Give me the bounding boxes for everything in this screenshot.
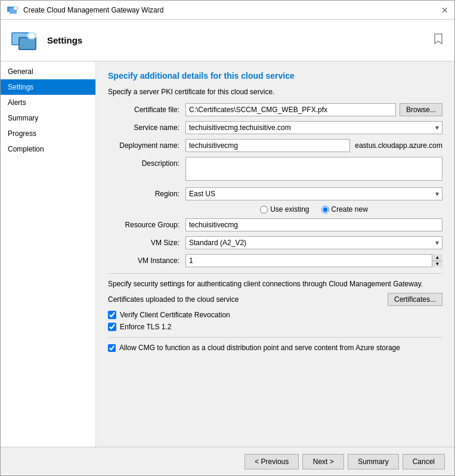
vm-instance-wrapper: ▲ ▼: [185, 254, 442, 267]
next-button[interactable]: Next >: [302, 454, 344, 469]
svg-point-9: [29, 33, 35, 38]
service-name-label: Service name:: [108, 123, 185, 132]
previous-button[interactable]: < Previous: [244, 454, 299, 469]
service-name-row: Service name: techuisitivecmg.techuisiti…: [108, 121, 442, 134]
title-bar: Create Cloud Management Gateway Wizard ✕: [1, 1, 454, 20]
bookmark-icon: [432, 32, 445, 48]
deployment-name-label: Deployment name:: [108, 141, 185, 150]
create-new-label: Create new: [332, 205, 368, 214]
vm-instance-up[interactable]: ▲: [432, 254, 442, 261]
allow-cmg-label: Allow CMG to function as a cloud distrib…: [119, 344, 400, 352]
sidebar-item-progress[interactable]: Progress: [1, 126, 95, 141]
verify-client-cert-label: Verify Client Certificate Revocation: [120, 311, 230, 319]
security-desc: Specify security settings for authentica…: [108, 280, 442, 288]
vm-size-wrapper: Standard (A2_V2) Standard (A4_V2): [185, 236, 442, 249]
cert-uploads-label: Certificates uploaded to the cloud servi…: [108, 295, 239, 304]
enforce-tls-row: Enforce TLS 1.2: [108, 323, 442, 331]
deployment-name-row: Deployment name: eastus.cloudapp.azure.c…: [108, 139, 442, 152]
browse-button[interactable]: Browse...: [400, 103, 442, 116]
close-button[interactable]: ✕: [441, 5, 448, 15]
description-wrapper: [185, 157, 442, 183]
service-name-wrapper: techuisitivecmg.techuisitive.com: [185, 121, 442, 134]
deployment-row-inner: eastus.cloudapp.azure.com: [185, 139, 442, 152]
deployment-name-input[interactable]: [185, 139, 350, 152]
vm-instance-down[interactable]: ▼: [432, 261, 442, 268]
vm-size-row: VM Size: Standard (A2_V2) Standard (A4_V…: [108, 236, 442, 249]
use-existing-radio-label[interactable]: Use existing: [260, 205, 309, 214]
vm-instance-spinners: ▲ ▼: [432, 254, 442, 267]
create-new-radio[interactable]: [321, 206, 329, 214]
radio-group: Use existing Create new: [185, 205, 442, 214]
certificate-file-input[interactable]: [185, 103, 396, 116]
description-row: Description:: [108, 157, 442, 183]
header-title: Settings: [47, 35, 82, 45]
pki-desc: Specify a server PKI certificate for thi…: [108, 88, 442, 96]
vm-instance-label: VM Instance:: [108, 256, 185, 265]
allow-cmg-row: Allow CMG to function as a cloud distrib…: [108, 344, 442, 352]
cancel-button[interactable]: Cancel: [403, 454, 445, 469]
service-name-select[interactable]: techuisitivecmg.techuisitive.com: [185, 121, 442, 134]
title-bar-icon: [7, 4, 18, 16]
region-select[interactable]: East US West US North Europe: [185, 187, 442, 200]
vm-instance-input[interactable]: [185, 254, 442, 267]
description-input[interactable]: [185, 157, 442, 181]
sidebar-item-general[interactable]: General: [1, 64, 95, 79]
resource-group-row: Resource Group:: [108, 218, 442, 231]
cert-row: Certificates uploaded to the cloud servi…: [108, 293, 442, 306]
verify-client-cert-row: Verify Client Certificate Revocation: [108, 311, 442, 319]
summary-button[interactable]: Summary: [348, 454, 398, 469]
resource-group-input[interactable]: [185, 218, 442, 231]
deployment-suffix: eastus.cloudapp.azure.com: [355, 141, 442, 150]
dialog-window: Create Cloud Management Gateway Wizard ✕…: [0, 0, 455, 476]
svg-rect-7: [20, 38, 35, 49]
certificates-button[interactable]: Certificates...: [388, 293, 442, 306]
vm-instance-row: VM Instance: ▲ ▼: [108, 254, 442, 267]
certificate-file-row: Certificate file: Browse...: [108, 103, 442, 116]
region-row: Region: East US West US North Europe: [108, 187, 442, 200]
sidebar-item-settings[interactable]: Settings: [1, 79, 95, 95]
sidebar: General Settings Alerts Summary Progress…: [1, 61, 96, 447]
section-title: Specify additional details for this clou…: [108, 71, 442, 81]
sidebar-item-completion[interactable]: Completion: [1, 141, 95, 157]
enforce-tls-label: Enforce TLS 1.2: [120, 323, 172, 331]
use-existing-radio[interactable]: [260, 206, 268, 214]
verify-client-cert-checkbox[interactable]: [108, 311, 116, 319]
resource-group-label: Resource Group:: [108, 221, 185, 229]
create-new-radio-label[interactable]: Create new: [321, 205, 368, 214]
description-label: Description:: [108, 159, 185, 168]
allow-cmg-checkbox[interactable]: [108, 344, 116, 352]
vm-size-label: VM Size:: [108, 239, 185, 247]
sidebar-item-alerts[interactable]: Alerts: [1, 95, 95, 110]
title-bar-text: Create Cloud Management Gateway Wizard: [23, 6, 441, 14]
region-wrapper: East US West US North Europe: [185, 187, 442, 200]
use-existing-label: Use existing: [270, 205, 309, 214]
certificate-file-label: Certificate file:: [108, 106, 185, 114]
divider-2: [108, 337, 442, 338]
main-content: Specify additional details for this clou…: [96, 61, 454, 447]
radio-row: Use existing Create new: [185, 205, 442, 214]
region-label: Region:: [108, 190, 185, 198]
header-icon: [10, 26, 39, 55]
sidebar-item-summary[interactable]: Summary: [1, 110, 95, 126]
divider-1: [108, 273, 442, 274]
content-area: General Settings Alerts Summary Progress…: [1, 61, 454, 447]
footer: < Previous Next > Summary Cancel: [1, 447, 454, 475]
header-section: Settings: [1, 20, 454, 61]
vm-size-select[interactable]: Standard (A2_V2) Standard (A4_V2): [185, 236, 442, 249]
enforce-tls-checkbox[interactable]: [108, 323, 116, 331]
svg-point-3: [14, 7, 17, 10]
